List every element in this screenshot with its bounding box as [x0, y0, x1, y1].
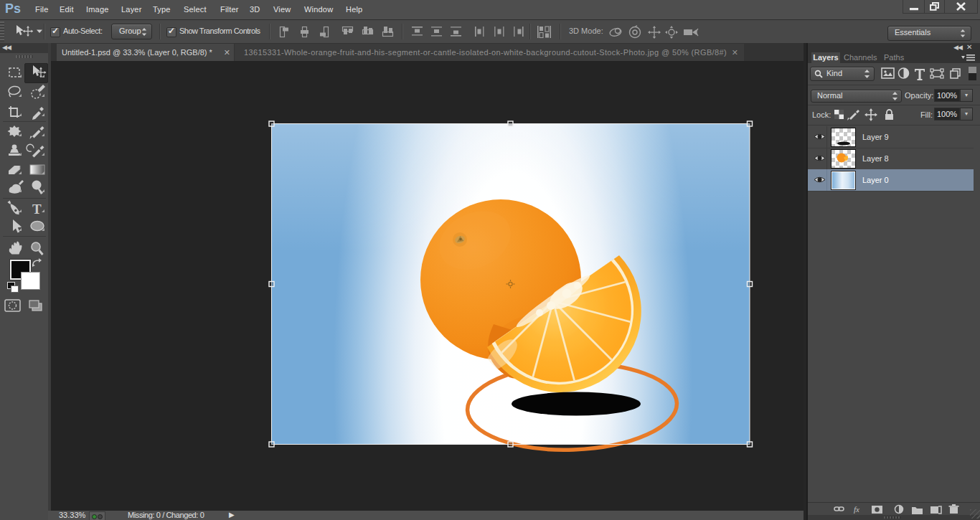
svg-text:fx: fx — [854, 505, 859, 514]
svg-text:T: T — [32, 202, 42, 217]
